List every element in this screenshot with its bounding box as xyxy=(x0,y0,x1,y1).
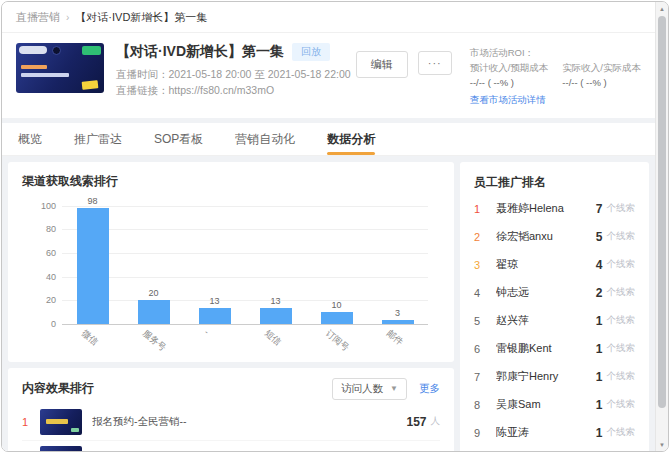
live-time-value: 2021-05-18 20:00 至 2021-05-18 22:00 xyxy=(169,68,351,80)
tab-4[interactable]: 数据分析 xyxy=(325,123,377,155)
bar-value-label: 13 xyxy=(209,296,219,306)
bar-slot-1: 20服务号 xyxy=(127,288,181,324)
live-link-label: 直播链接： xyxy=(116,84,169,96)
employee-name: 钟志远 xyxy=(496,285,596,300)
employee-row[interactable]: 9陈亚涛1个线索 xyxy=(474,419,635,447)
employee-name: 翟琼 xyxy=(496,257,596,272)
roi-expected-label: 预计收入/预期成本 xyxy=(470,60,549,75)
employee-row[interactable]: 6雷银鹏Kent1个线索 xyxy=(474,335,635,363)
vertical-scrollbar[interactable]: ▲ ▼ xyxy=(655,2,668,451)
content-row[interactable]: 1报名预约-全民营销--157人 xyxy=(22,404,440,441)
bar[interactable] xyxy=(382,320,414,324)
employee-row[interactable]: 4钟志远2个线索 xyxy=(474,279,635,307)
more-actions-button[interactable]: ··· xyxy=(418,51,452,75)
roi-actual-label: 实际收入/实际成本 xyxy=(562,60,641,75)
breadcrumb-current: 【对话·IVD新增长】第一集 xyxy=(75,10,207,25)
roi-actual: 实际收入/实际成本 --/-- ( --% ) xyxy=(562,60,641,90)
visitor-unit: 人 xyxy=(431,415,441,428)
lead-count: 1 xyxy=(596,314,603,328)
employee-row[interactable]: 7郭康宁Henry1个线索 xyxy=(474,363,635,391)
x-tick-label: - xyxy=(202,327,211,337)
employee-row[interactable]: 1聂雅婷Helena7个线索 xyxy=(474,195,635,223)
bar-slot-0: 98微信 xyxy=(66,196,120,324)
employee-name: 雷银鹏Kent xyxy=(496,341,596,356)
lead-unit: 个线索 xyxy=(607,258,636,271)
employee-row[interactable]: 8吴康Sam1个线索 xyxy=(474,391,635,419)
employee-row[interactable]: 3翟琼4个线索 xyxy=(474,251,635,279)
status-badge: 回放 xyxy=(292,43,330,61)
y-tick-label: 100 xyxy=(41,201,56,211)
breadcrumb: 直播营销 › 【对话·IVD新增长】第一集 xyxy=(2,2,655,33)
employee-row[interactable]: 2徐宏韬anxu5个线索 xyxy=(474,223,635,251)
tab-2[interactable]: SOP看板 xyxy=(152,123,205,155)
bar-slot-2: 13- xyxy=(188,296,242,323)
roi-title: 市场活动ROI： xyxy=(470,45,641,60)
sort-select-value: 访问人数 xyxy=(341,382,383,396)
scrollbar-thumb[interactable] xyxy=(658,16,666,408)
y-tick-label: 60 xyxy=(46,248,56,258)
employee-name: 郭康宁Henry xyxy=(496,369,596,384)
employee-ranking-card: 员工推广排名 1聂雅婷Helena7个线索2徐宏韬anxu5个线索3翟琼4个线索… xyxy=(460,162,649,451)
roi-detail-link[interactable]: 查看市场活动详情 xyxy=(470,92,641,107)
employee-name: 陈亚涛 xyxy=(496,425,596,440)
scroll-down-icon[interactable]: ▼ xyxy=(656,438,668,451)
bar-value-label: 20 xyxy=(148,288,158,298)
cover-highlight-mark xyxy=(82,80,99,90)
sort-select[interactable]: 访问人数 ▼ xyxy=(332,378,407,400)
employee-ranking-title: 员工推广排名 xyxy=(474,174,635,191)
chart-plot: 02040608010098微信20服务号13-13短信10订阅号3邮件 xyxy=(62,206,428,324)
employee-name: 赵兴萍 xyxy=(496,313,596,328)
content-row[interactable]: 2【对话IVD新增长】直播主页-全民营销113人 xyxy=(22,441,440,451)
lead-count: 1 xyxy=(596,370,603,384)
roi-expected: 预计收入/预期成本 --/-- ( --% ) xyxy=(470,60,549,90)
tab-3[interactable]: 营销自动化 xyxy=(233,123,297,155)
y-tick-label: 0 xyxy=(51,319,56,329)
live-link-value[interactable]: https://fs80.cn/m33mO xyxy=(169,84,275,96)
rank-number: 1 xyxy=(22,416,40,428)
bar[interactable] xyxy=(321,312,353,324)
content-ranking-title: 内容效果排行 xyxy=(22,380,94,397)
employee-row[interactable]: 5赵兴萍1个线索 xyxy=(474,307,635,335)
tab-1[interactable]: 推广雷达 xyxy=(72,123,124,155)
lead-count: 5 xyxy=(596,230,603,244)
lead-count: 1 xyxy=(596,342,603,356)
live-header: 【对话·IVD新增长】第一集 回放 直播时间：2021-05-18 20:00 … xyxy=(2,33,655,118)
employee-row[interactable]: 10周丽娟1个线索 xyxy=(474,447,635,451)
bar[interactable] xyxy=(199,308,231,323)
bar-slot-4: 10订阅号 xyxy=(310,300,364,324)
lead-count: 1 xyxy=(596,398,603,412)
channel-leads-card: 渠道获取线索排行 02040608010098微信20服务号13-13短信10订… xyxy=(8,162,454,362)
more-link[interactable]: 更多 xyxy=(419,382,440,396)
tab-0[interactable]: 概览 xyxy=(16,123,44,155)
bar-value-label: 98 xyxy=(87,196,97,206)
content-area: 渠道获取线索排行 02040608010098微信20服务号13-13短信10订… xyxy=(2,156,655,451)
employee-name: 吴康Sam xyxy=(496,397,596,412)
content-thumbnail xyxy=(40,409,82,435)
scroll-up-icon[interactable]: ▲ xyxy=(656,2,668,15)
bar[interactable] xyxy=(260,308,292,323)
x-tick-label: 微信 xyxy=(78,327,100,349)
bar-slot-3: 13短信 xyxy=(249,296,303,323)
lead-count: 7 xyxy=(596,202,603,216)
bar[interactable] xyxy=(138,300,170,324)
employee-name: 聂雅婷Helena xyxy=(496,201,596,216)
lead-unit: 个线索 xyxy=(607,370,636,383)
page: 直播营销 › 【对话·IVD新增长】第一集 【对话·IVD新增长】第一集 回放 xyxy=(2,2,655,451)
chevron-right-icon: › xyxy=(66,12,69,23)
breadcrumb-parent[interactable]: 直播营销 xyxy=(16,10,60,25)
bars: 98微信20服务号13-13短信10订阅号3邮件 xyxy=(62,206,428,324)
lead-unit: 个线索 xyxy=(607,202,636,215)
x-tick-label: 服务号 xyxy=(139,327,168,354)
content-title: 报名预约-全民营销-- xyxy=(92,415,406,429)
cover-episode-badge xyxy=(82,46,101,55)
bar[interactable] xyxy=(77,208,109,324)
content-ranking-rows: 1报名预约-全民营销--157人2【对话IVD新增长】直播主页-全民营销113人… xyxy=(22,404,440,451)
page-title: 【对话·IVD新增长】第一集 xyxy=(116,43,284,61)
cover-logo-icon xyxy=(52,46,61,55)
tabs: 概览推广雷达SOP看板营销自动化数据分析 xyxy=(2,123,655,156)
rank-number: 3 xyxy=(474,259,496,271)
edit-button[interactable]: 编辑 xyxy=(356,51,408,78)
live-info: 【对话·IVD新增长】第一集 回放 直播时间：2021-05-18 20:00 … xyxy=(116,43,356,99)
roi-panel: 市场活动ROI： 预计收入/预期成本 --/-- ( --% ) 实际收入/实际… xyxy=(470,45,641,107)
cover-text-line xyxy=(21,73,69,77)
